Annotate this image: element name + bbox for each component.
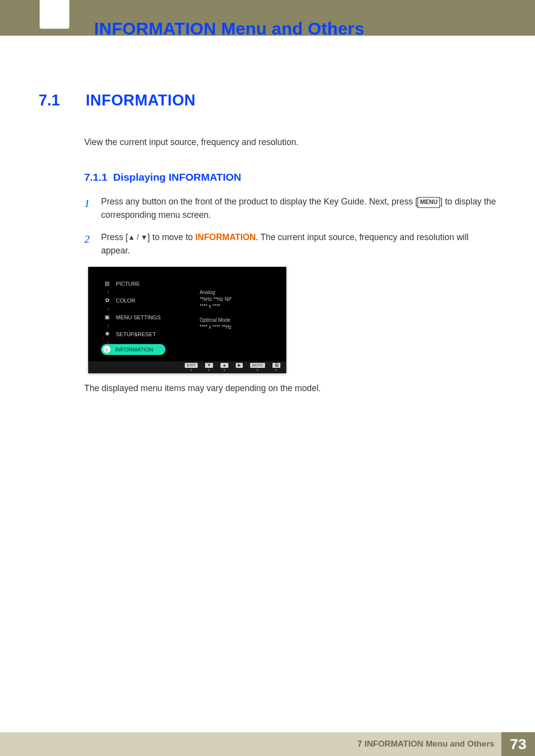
subsection-title: Displaying INFORMATION — [113, 171, 241, 183]
osd-item-label: COLOR — [116, 298, 135, 303]
menu-settings-icon: ▣ — [103, 313, 111, 321]
color-icon: ✿ — [103, 297, 111, 304]
osd-nav-down: ▼▾ — [205, 363, 213, 372]
osd-nav-power: ⏻▾ — [272, 363, 280, 372]
osd-nav-up: ▲▾ — [220, 363, 228, 372]
picture-icon: ▥ — [103, 280, 111, 288]
osd-info-line: **** x **** — [200, 303, 231, 309]
setup-reset-icon: ✺ — [103, 330, 111, 338]
section-title: INFORMATION — [86, 92, 196, 109]
osd-info-line: Optimal Mode — [200, 317, 231, 323]
osd-screenshot: ▥ PICTURE ✿ COLOR ▣ MENU SETTINGS ✺ SETU… — [88, 267, 286, 373]
menu-key-icon: MENU — [418, 197, 440, 208]
osd-item-information-selected: i INFORMATION — [101, 344, 165, 355]
chapter-title: INFORMATION Menu and Others — [94, 19, 364, 39]
osd-info-line: **kHz **Hz NP — [200, 297, 231, 302]
osd-info-line: **** x **** **Hz — [200, 324, 231, 330]
step-1: 1 Press any button on the front of the p… — [84, 195, 496, 222]
osd-item-label: MENU SETTINGS — [116, 314, 160, 320]
osd-item-picture: ▥ PICTURE — [101, 277, 165, 291]
model-variance-note: The displayed menu items may vary depend… — [84, 383, 496, 394]
information-icon: i — [103, 346, 110, 353]
footer-label: 7 INFORMATION Menu and Others — [0, 732, 501, 756]
step-2: 2 Press [▲ / ▼] to move to INFORMATION. … — [84, 231, 496, 257]
section-heading: 7.1 INFORMATION — [39, 92, 496, 109]
osd-item-label: SETUP&RESET — [116, 331, 156, 337]
osd-nav-auto: AUTO▾ — [250, 363, 265, 372]
osd-item-label: INFORMATION — [115, 347, 153, 353]
information-keyword: INFORMATION — [195, 232, 256, 242]
page-number: 73 — [501, 732, 535, 756]
up-down-arrows-icon: ▲ / ▼ — [128, 233, 147, 241]
chapter-tab — [40, 0, 69, 29]
section-intro: View the current input source, frequency… — [84, 137, 496, 148]
osd-nav-bar: EXIT▾ ▼▾ ▲▾ ▶◦ AUTO▾ ⏻▾ — [88, 361, 286, 373]
osd-info-line: Analog — [200, 290, 231, 295]
page-footer: 7 INFORMATION Menu and Others 73 — [0, 732, 535, 756]
page-content: 7.1 INFORMATION View the current input s… — [39, 92, 496, 394]
osd-menu-list: ▥ PICTURE ✿ COLOR ▣ MENU SETTINGS ✺ SETU… — [101, 277, 165, 355]
step-number: 1 — [84, 195, 92, 222]
step-text: Press [ — [101, 232, 128, 242]
step-text: Press any button on the front of the pro… — [101, 197, 418, 206]
osd-item-label: PICTURE — [116, 281, 140, 287]
step-body: Press [▲ / ▼] to move to INFORMATION. Th… — [101, 231, 496, 257]
step-text: ] to move to — [148, 232, 195, 242]
subsection-heading: 7.1.1 Displaying INFORMATION — [84, 171, 496, 183]
osd-item-setup-reset: ✺ SETUP&RESET — [101, 327, 165, 341]
osd-item-color: ✿ COLOR — [101, 294, 165, 307]
steps-list: 1 Press any button on the front of the p… — [84, 195, 496, 258]
step-number: 2 — [84, 231, 92, 257]
osd-item-menu-settings: ▣ MENU SETTINGS — [101, 310, 165, 324]
osd-nav-right: ▶◦ — [236, 363, 243, 372]
section-number: 7.1 — [39, 92, 71, 109]
subsection-number: 7.1.1 — [84, 171, 107, 183]
step-body: Press any button on the front of the pro… — [101, 195, 496, 222]
osd-nav-exit: EXIT▾ — [185, 363, 198, 372]
osd-info-panel: Analog **kHz **Hz NP **** x **** Optimal… — [200, 290, 231, 330]
